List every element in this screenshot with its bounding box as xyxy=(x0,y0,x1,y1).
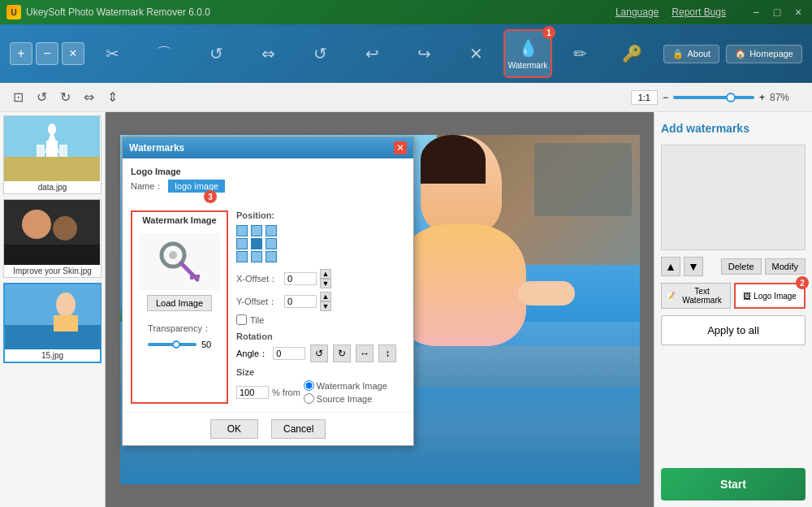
ok-btn[interactable]: OK xyxy=(210,419,258,439)
sec-flip-h-btn[interactable]: ⇔ xyxy=(80,88,97,106)
dialog-overlay: Watermarks ✕ Logo Image Name： logo image… xyxy=(106,112,654,507)
pos-tr[interactable] xyxy=(266,225,277,236)
pos-ml[interactable] xyxy=(236,238,248,249)
text-watermark-tab[interactable]: 📝 Text Watermark xyxy=(661,283,731,309)
maximize-btn[interactable]: □ xyxy=(770,6,784,19)
lock-btn[interactable]: 🔑 xyxy=(607,29,656,78)
rotate-ccw-btn[interactable]: ↺ xyxy=(310,344,328,362)
sec-flip-v-btn[interactable]: ⇕ xyxy=(104,88,121,106)
zoom-thumb[interactable] xyxy=(726,93,736,102)
left-panel: data.jpg Improve your Skin.jpg xyxy=(0,112,106,507)
pos-mr[interactable] xyxy=(266,238,277,249)
flip-v2-btn[interactable]: ↕ xyxy=(378,344,396,362)
angle-label: Angle： xyxy=(236,348,268,360)
thumbnail-item[interactable]: data.jpg xyxy=(3,115,102,194)
y-offset-up-btn[interactable]: ▲ xyxy=(320,292,331,301)
svg-line-16 xyxy=(181,263,197,280)
y-offset-down-btn[interactable]: ▼ xyxy=(320,301,331,311)
move-down-btn[interactable]: ▼ xyxy=(684,257,703,276)
report-bugs-btn[interactable]: Report Bugs xyxy=(672,6,726,18)
svg-rect-3 xyxy=(46,141,58,157)
pos-br[interactable] xyxy=(266,251,277,262)
x-offset-up-btn[interactable]: ▲ xyxy=(320,269,331,279)
redo-icon: ↪ xyxy=(417,44,431,63)
lasso-btn[interactable]: ⌒ xyxy=(140,29,188,78)
x-offset-input[interactable] xyxy=(284,272,317,285)
homepage-btn[interactable]: 🏠 Homepage xyxy=(726,45,802,63)
retouch-icon: ✏ xyxy=(573,44,587,63)
sec-rotate-right-btn[interactable]: ↻ xyxy=(57,88,74,106)
close-btn-toolbar[interactable]: × xyxy=(62,42,84,65)
zoom-minus-icon[interactable]: − xyxy=(663,92,668,103)
svg-rect-14 xyxy=(54,315,78,332)
position-grid xyxy=(236,225,405,262)
flip-btn[interactable]: ↔ xyxy=(356,344,374,362)
zoom-area: 1:1 − + 87% xyxy=(631,90,802,105)
move-up-btn[interactable]: ▲ xyxy=(661,257,680,276)
secondary-toolbar: ⊡ ↺ ↻ ⇔ ⇕ 1:1 − + 87% xyxy=(0,83,812,112)
pos-tl[interactable] xyxy=(236,225,248,236)
tile-checkbox[interactable] xyxy=(236,314,247,325)
badge-1: 1 xyxy=(542,26,555,39)
key-icon-svg xyxy=(155,237,204,286)
cancel-btn[interactable]: Cancel xyxy=(271,419,326,439)
delete-btn[interactable]: Delete xyxy=(721,258,762,275)
angle-input[interactable] xyxy=(273,347,305,360)
sec-crop-btn[interactable]: ⊡ xyxy=(10,88,27,106)
watermark-image-radio-label: Watermark Image xyxy=(304,380,387,391)
retouch-btn[interactable]: ✏ xyxy=(555,29,604,78)
redo-btn[interactable]: ↪ xyxy=(400,29,448,78)
close-btn[interactable]: × xyxy=(791,6,806,19)
pos-tc[interactable] xyxy=(251,225,262,236)
size-row: % from Watermark Image Sourc xyxy=(236,380,405,404)
about-btn[interactable]: 🔒 About xyxy=(663,45,719,63)
pos-mc[interactable] xyxy=(251,238,262,249)
minus-btn[interactable]: − xyxy=(36,42,58,65)
add-btn[interactable]: + xyxy=(10,42,32,65)
tile-label: Tile xyxy=(250,315,264,325)
zoom-reset-btn[interactable]: 1:1 xyxy=(631,90,658,105)
undo-btn[interactable]: ↩ xyxy=(348,29,396,78)
crop-btn[interactable]: ✂ xyxy=(88,29,136,78)
brush-btn[interactable]: ↺ xyxy=(192,29,240,78)
zoom-plus-icon[interactable]: + xyxy=(759,92,765,103)
apply-all-btn[interactable]: Apply to all xyxy=(661,315,806,345)
transparency-slider[interactable] xyxy=(148,343,197,346)
thumbnail-label: data.jpg xyxy=(4,181,101,193)
dialog-close-btn[interactable]: ✕ xyxy=(394,141,407,154)
language-btn[interactable]: Language xyxy=(615,6,659,18)
rotate-cw-btn[interactable]: ↻ xyxy=(333,344,351,362)
zoom-level: 87% xyxy=(770,92,802,103)
source-image-radio[interactable] xyxy=(304,393,314,404)
start-btn[interactable]: Start xyxy=(661,468,806,500)
pos-bl[interactable] xyxy=(236,251,248,262)
right-panel: Add watermarks ▲ ▼ Delete Modify 📝 Text … xyxy=(654,112,812,507)
flip-v-btn[interactable]: ↺ xyxy=(296,29,344,78)
size-input[interactable] xyxy=(236,386,269,399)
title-bar: U UkeySoft Photo Watermark Remover 6.0.0… xyxy=(0,0,812,24)
thumbnail-item[interactable]: 15.jpg xyxy=(3,283,102,363)
zoom-slider[interactable] xyxy=(673,96,754,99)
thumbnail-item[interactable]: Improve your Skin.jpg xyxy=(3,199,102,278)
load-image-btn[interactable]: Load Image xyxy=(147,295,212,311)
name-label: Name： xyxy=(131,180,163,193)
svg-point-13 xyxy=(56,292,76,317)
watermark-image-radio[interactable] xyxy=(304,380,314,391)
size-radio-group: Watermark Image Source Image xyxy=(304,380,387,404)
sec-rotate-left-btn[interactable]: ↺ xyxy=(33,88,50,106)
y-offset-label: Y-Offset： xyxy=(236,296,281,308)
x-offset-down-btn[interactable]: ▼ xyxy=(320,279,331,288)
badge-2: 2 xyxy=(796,276,809,289)
modify-btn[interactable]: Modify xyxy=(765,258,806,275)
badge-3: 3 xyxy=(204,190,217,203)
flip-h-btn[interactable]: ⇔ xyxy=(244,29,292,78)
minimize-btn[interactable]: − xyxy=(749,6,763,19)
svg-rect-6 xyxy=(59,145,67,157)
wm-img-label: Watermark Image xyxy=(142,215,216,225)
pos-bc[interactable] xyxy=(251,251,262,262)
clear-btn[interactable]: ✕ xyxy=(451,29,500,78)
dialog-body: Logo Image Name： logo image 3 Waterm xyxy=(123,158,413,412)
app-title: UkeySoft Photo Watermark Remover 6.0.0 xyxy=(26,6,615,18)
y-offset-input[interactable] xyxy=(284,295,317,308)
logo-image-tab[interactable]: 🖼 Logo Image xyxy=(734,283,806,309)
